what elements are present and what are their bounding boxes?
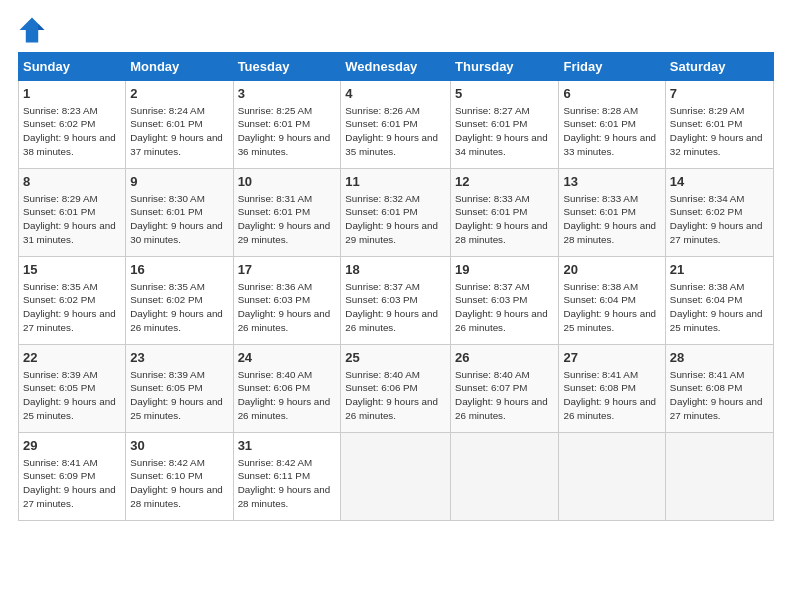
day-number: 21: [670, 261, 769, 279]
col-header-friday: Friday: [559, 53, 665, 81]
calendar-cell: 2Sunrise: 8:24 AMSunset: 6:01 PMDaylight…: [126, 81, 233, 169]
day-info: Sunrise: 8:33 AMSunset: 6:01 PMDaylight:…: [563, 192, 660, 247]
calendar-cell: [559, 433, 665, 521]
calendar-cell: 19Sunrise: 8:37 AMSunset: 6:03 PMDayligh…: [451, 257, 559, 345]
day-number: 25: [345, 349, 446, 367]
calendar-cell: 18Sunrise: 8:37 AMSunset: 6:03 PMDayligh…: [341, 257, 451, 345]
calendar-cell: 28Sunrise: 8:41 AMSunset: 6:08 PMDayligh…: [665, 345, 773, 433]
calendar-cell: 16Sunrise: 8:35 AMSunset: 6:02 PMDayligh…: [126, 257, 233, 345]
day-info: Sunrise: 8:31 AMSunset: 6:01 PMDaylight:…: [238, 192, 337, 247]
calendar-cell: 21Sunrise: 8:38 AMSunset: 6:04 PMDayligh…: [665, 257, 773, 345]
calendar-cell: 15Sunrise: 8:35 AMSunset: 6:02 PMDayligh…: [19, 257, 126, 345]
calendar-cell: 26Sunrise: 8:40 AMSunset: 6:07 PMDayligh…: [451, 345, 559, 433]
day-info: Sunrise: 8:37 AMSunset: 6:03 PMDaylight:…: [345, 280, 446, 335]
calendar-cell: 29Sunrise: 8:41 AMSunset: 6:09 PMDayligh…: [19, 433, 126, 521]
day-info: Sunrise: 8:28 AMSunset: 6:01 PMDaylight:…: [563, 104, 660, 159]
calendar-cell: 6Sunrise: 8:28 AMSunset: 6:01 PMDaylight…: [559, 81, 665, 169]
calendar-week-3: 15Sunrise: 8:35 AMSunset: 6:02 PMDayligh…: [19, 257, 774, 345]
day-info: Sunrise: 8:40 AMSunset: 6:06 PMDaylight:…: [345, 368, 446, 423]
day-info: Sunrise: 8:32 AMSunset: 6:01 PMDaylight:…: [345, 192, 446, 247]
col-header-saturday: Saturday: [665, 53, 773, 81]
day-info: Sunrise: 8:37 AMSunset: 6:03 PMDaylight:…: [455, 280, 554, 335]
day-number: 23: [130, 349, 228, 367]
day-info: Sunrise: 8:40 AMSunset: 6:07 PMDaylight:…: [455, 368, 554, 423]
day-number: 24: [238, 349, 337, 367]
day-info: Sunrise: 8:36 AMSunset: 6:03 PMDaylight:…: [238, 280, 337, 335]
calendar-cell: [341, 433, 451, 521]
day-number: 22: [23, 349, 121, 367]
header: [18, 16, 774, 44]
day-info: Sunrise: 8:40 AMSunset: 6:06 PMDaylight:…: [238, 368, 337, 423]
day-number: 28: [670, 349, 769, 367]
calendar-week-2: 8Sunrise: 8:29 AMSunset: 6:01 PMDaylight…: [19, 169, 774, 257]
calendar-week-5: 29Sunrise: 8:41 AMSunset: 6:09 PMDayligh…: [19, 433, 774, 521]
day-info: Sunrise: 8:38 AMSunset: 6:04 PMDaylight:…: [670, 280, 769, 335]
day-info: Sunrise: 8:35 AMSunset: 6:02 PMDaylight:…: [23, 280, 121, 335]
logo: [18, 16, 50, 44]
day-number: 26: [455, 349, 554, 367]
day-info: Sunrise: 8:38 AMSunset: 6:04 PMDaylight:…: [563, 280, 660, 335]
day-number: 9: [130, 173, 228, 191]
col-header-wednesday: Wednesday: [341, 53, 451, 81]
calendar-table: SundayMondayTuesdayWednesdayThursdayFrid…: [18, 52, 774, 521]
calendar-cell: 25Sunrise: 8:40 AMSunset: 6:06 PMDayligh…: [341, 345, 451, 433]
calendar-cell: 5Sunrise: 8:27 AMSunset: 6:01 PMDaylight…: [451, 81, 559, 169]
day-info: Sunrise: 8:41 AMSunset: 6:08 PMDaylight:…: [563, 368, 660, 423]
day-number: 15: [23, 261, 121, 279]
day-info: Sunrise: 8:42 AMSunset: 6:10 PMDaylight:…: [130, 456, 228, 511]
day-info: Sunrise: 8:34 AMSunset: 6:02 PMDaylight:…: [670, 192, 769, 247]
day-number: 16: [130, 261, 228, 279]
day-info: Sunrise: 8:24 AMSunset: 6:01 PMDaylight:…: [130, 104, 228, 159]
day-number: 1: [23, 85, 121, 103]
day-info: Sunrise: 8:35 AMSunset: 6:02 PMDaylight:…: [130, 280, 228, 335]
day-number: 2: [130, 85, 228, 103]
col-header-sunday: Sunday: [19, 53, 126, 81]
calendar-cell: 1Sunrise: 8:23 AMSunset: 6:02 PMDaylight…: [19, 81, 126, 169]
day-info: Sunrise: 8:39 AMSunset: 6:05 PMDaylight:…: [130, 368, 228, 423]
calendar-cell: 17Sunrise: 8:36 AMSunset: 6:03 PMDayligh…: [233, 257, 341, 345]
day-number: 18: [345, 261, 446, 279]
day-info: Sunrise: 8:42 AMSunset: 6:11 PMDaylight:…: [238, 456, 337, 511]
day-number: 19: [455, 261, 554, 279]
calendar-cell: 13Sunrise: 8:33 AMSunset: 6:01 PMDayligh…: [559, 169, 665, 257]
col-header-tuesday: Tuesday: [233, 53, 341, 81]
day-number: 14: [670, 173, 769, 191]
calendar-cell: 9Sunrise: 8:30 AMSunset: 6:01 PMDaylight…: [126, 169, 233, 257]
col-header-thursday: Thursday: [451, 53, 559, 81]
day-number: 20: [563, 261, 660, 279]
col-header-monday: Monday: [126, 53, 233, 81]
calendar-cell: 3Sunrise: 8:25 AMSunset: 6:01 PMDaylight…: [233, 81, 341, 169]
day-info: Sunrise: 8:41 AMSunset: 6:09 PMDaylight:…: [23, 456, 121, 511]
day-info: Sunrise: 8:41 AMSunset: 6:08 PMDaylight:…: [670, 368, 769, 423]
calendar-week-4: 22Sunrise: 8:39 AMSunset: 6:05 PMDayligh…: [19, 345, 774, 433]
day-number: 7: [670, 85, 769, 103]
calendar-header-row: SundayMondayTuesdayWednesdayThursdayFrid…: [19, 53, 774, 81]
day-info: Sunrise: 8:25 AMSunset: 6:01 PMDaylight:…: [238, 104, 337, 159]
day-info: Sunrise: 8:30 AMSunset: 6:01 PMDaylight:…: [130, 192, 228, 247]
calendar-cell: 8Sunrise: 8:29 AMSunset: 6:01 PMDaylight…: [19, 169, 126, 257]
day-number: 27: [563, 349, 660, 367]
calendar-cell: [451, 433, 559, 521]
day-info: Sunrise: 8:26 AMSunset: 6:01 PMDaylight:…: [345, 104, 446, 159]
day-info: Sunrise: 8:27 AMSunset: 6:01 PMDaylight:…: [455, 104, 554, 159]
day-number: 8: [23, 173, 121, 191]
calendar-cell: 4Sunrise: 8:26 AMSunset: 6:01 PMDaylight…: [341, 81, 451, 169]
day-info: Sunrise: 8:29 AMSunset: 6:01 PMDaylight:…: [23, 192, 121, 247]
day-info: Sunrise: 8:23 AMSunset: 6:02 PMDaylight:…: [23, 104, 121, 159]
calendar-cell: 11Sunrise: 8:32 AMSunset: 6:01 PMDayligh…: [341, 169, 451, 257]
calendar-cell: [665, 433, 773, 521]
day-number: 10: [238, 173, 337, 191]
day-number: 3: [238, 85, 337, 103]
day-info: Sunrise: 8:39 AMSunset: 6:05 PMDaylight:…: [23, 368, 121, 423]
calendar-cell: 30Sunrise: 8:42 AMSunset: 6:10 PMDayligh…: [126, 433, 233, 521]
calendar-cell: 22Sunrise: 8:39 AMSunset: 6:05 PMDayligh…: [19, 345, 126, 433]
day-info: Sunrise: 8:33 AMSunset: 6:01 PMDaylight:…: [455, 192, 554, 247]
day-number: 31: [238, 437, 337, 455]
day-number: 13: [563, 173, 660, 191]
calendar-cell: 23Sunrise: 8:39 AMSunset: 6:05 PMDayligh…: [126, 345, 233, 433]
calendar-cell: 14Sunrise: 8:34 AMSunset: 6:02 PMDayligh…: [665, 169, 773, 257]
day-number: 29: [23, 437, 121, 455]
calendar-cell: 7Sunrise: 8:29 AMSunset: 6:01 PMDaylight…: [665, 81, 773, 169]
day-info: Sunrise: 8:29 AMSunset: 6:01 PMDaylight:…: [670, 104, 769, 159]
calendar-week-1: 1Sunrise: 8:23 AMSunset: 6:02 PMDaylight…: [19, 81, 774, 169]
